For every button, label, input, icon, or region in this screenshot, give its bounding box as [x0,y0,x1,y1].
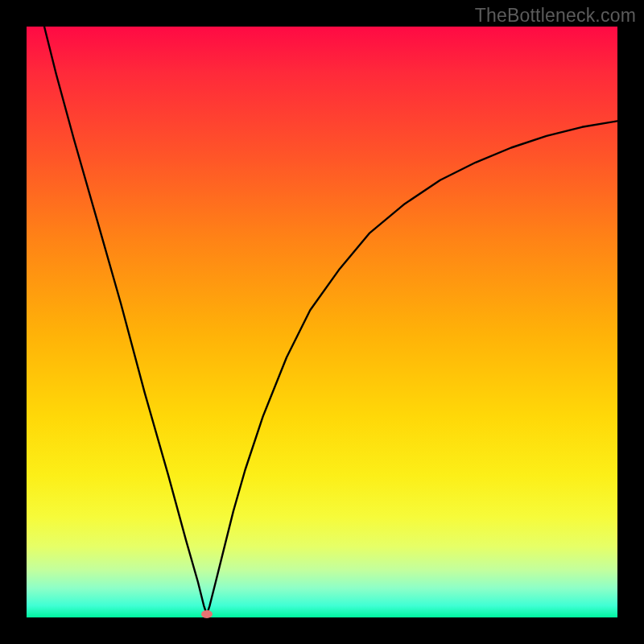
plot-area [27,27,617,617]
watermark-text: TheBottleneck.com [475,5,636,27]
bottleneck-curve [27,27,617,617]
bottleneck-marker [201,610,213,618]
chart-frame: TheBottleneck.com [0,0,644,644]
